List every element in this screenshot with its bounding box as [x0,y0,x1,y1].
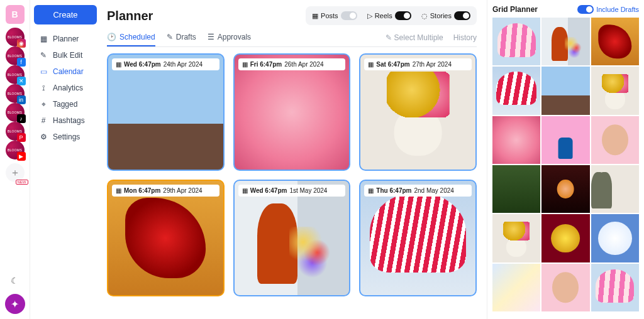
grid-icon: ▦ [116,187,121,194]
post-card[interactable]: ▦Wed 6:47pm24th Apr 2024 [107,53,225,171]
post-schedule-label: ▦Sat 6:47pm27th Apr 2024 [364,58,472,70]
tab-approvals[interactable]: ☰Approvals [208,29,251,46]
page-title: Planner [107,9,153,23]
nav-label: Tagged [53,100,77,109]
toggle-icon [395,11,411,20]
post-card[interactable]: ▦Thu 6:47pm2nd May 2024 [359,180,477,297]
theme-toggle-icon[interactable]: ☾ [6,271,25,290]
grid-icon: ▦ [368,61,374,68]
account-blooms-pinterest[interactable]: P [6,122,25,141]
grid-cell[interactable] [541,214,589,262]
select-multiple-button[interactable]: ✎ Select Multiple [386,33,443,42]
grid-cell[interactable] [591,116,639,164]
include-drafts-toggle[interactable]: Include Drafts [577,5,639,14]
nav-settings[interactable]: ⚙Settings [34,129,97,145]
account-blooms-instagram[interactable]: ◉ [6,28,25,46]
nav-label: Settings [53,132,80,141]
tab-icon: 🕑 [107,33,116,41]
grid-icon: ▦ [242,187,248,194]
filter-icon: ▦ [312,12,318,20]
grid-cell[interactable] [591,18,639,65]
toggle-icon [341,11,357,20]
filter-icon: ▷ [367,12,372,20]
post-card[interactable]: ▦Fri 6:47pm26th Apr 2024 [233,53,351,171]
toggle-icon [454,11,470,20]
yt-icon: ▶ [17,152,26,161]
grid-planner-panel: Grid Planner Include Drafts [487,0,644,319]
grid-cell[interactable] [541,116,589,164]
grid-cell[interactable] [541,165,589,213]
grid-icon: ▦ [242,61,248,68]
grid-cell[interactable] [591,214,639,262]
grid-cell[interactable] [492,18,540,65]
account-rail: B ◉f✕in♪P▶ ＋ NEW ☾ ✦ [0,0,30,319]
post-card[interactable]: ▦Sat 6:47pm27th Apr 2024 [359,53,477,171]
account-blooms-facebook[interactable]: f [6,46,25,65]
nav-calendar-icon: ▭ [39,67,48,76]
nav-hashtags-icon: # [39,116,48,125]
add-account-button[interactable]: ＋ NEW [6,163,25,182]
nav-tagged-icon: ⌖ [39,100,48,109]
grid-cell[interactable] [541,18,589,65]
grid-cell[interactable] [492,214,540,262]
post-schedule-label: ▦Wed 6:47pm24th Apr 2024 [112,58,219,70]
grid-icon: ▦ [116,61,121,68]
nav-calendar[interactable]: ▭Calendar [34,63,97,80]
sidebar: Create ▦Planner✎Bulk Edit▭Calendar⟟Analy… [30,0,101,319]
grid-cell[interactable] [492,67,540,114]
tab-icon: ✎ [167,33,173,41]
new-badge: NEW [16,180,28,185]
filter-reels[interactable]: ▷Reels [364,9,415,23]
content-type-filters: ▦Posts▷Reels◌Stories [306,6,477,25]
nav-planner-icon: ▦ [39,35,48,43]
grid-cell[interactable] [591,165,639,213]
tab-drafts[interactable]: ✎Drafts [167,29,196,46]
nav-label: Calendar [53,67,84,76]
nav-settings-icon: ⚙ [39,132,48,141]
filter-posts[interactable]: ▦Posts [308,9,361,23]
workspace-avatar[interactable]: B [6,5,25,24]
post-schedule-label: ▦Mon 6:47pm29th Apr 2024 [112,185,219,197]
nav-planner[interactable]: ▦Planner [34,31,97,47]
nav-label: Planner [53,35,79,43]
nav-bulk-edit-icon: ✎ [39,51,48,60]
grid-cell[interactable] [541,264,589,311]
post-card[interactable]: ▦Wed 6:47pm1st May 2024 [233,180,351,297]
scheduled-posts-grid: ▦Wed 6:47pm24th Apr 2024▦Fri 6:47pm26th … [107,53,477,303]
nav-analytics[interactable]: ⟟Analytics [34,80,97,96]
post-schedule-label: ▦Fri 6:47pm26th Apr 2024 [238,58,346,70]
filter-icon: ◌ [421,12,428,20]
nav-tagged[interactable]: ⌖Tagged [34,96,97,112]
nav-analytics-icon: ⟟ [39,84,48,92]
grid-planner-title: Grid Planner [492,5,538,14]
nav-hashtags[interactable]: #Hashtags [34,112,97,129]
grid-icon: ▦ [368,187,374,194]
account-blooms-tiktok[interactable]: ♪ [6,103,25,122]
grid-cell[interactable] [541,67,589,114]
account-blooms-linkedin[interactable]: in [6,84,25,103]
nav-label: Analytics [53,84,83,92]
post-card[interactable]: ▦Mon 6:47pm29th Apr 2024 [107,180,225,297]
account-blooms-youtube[interactable]: ▶ [6,141,25,160]
tab-scheduled[interactable]: 🕑Scheduled [107,29,155,46]
account-blooms-twitter[interactable]: ✕ [6,65,25,84]
assist-fab-button[interactable]: ✦ [5,294,25,314]
history-button[interactable]: History [453,33,477,42]
grid-cell[interactable] [492,165,540,213]
grid-cell[interactable] [591,67,639,114]
post-schedule-label: ▦Wed 6:47pm1st May 2024 [238,185,346,197]
nav-bulk-edit[interactable]: ✎Bulk Edit [34,47,97,63]
main-content: Planner ▦Posts▷Reels◌Stories 🕑Scheduled✎… [101,0,487,319]
tab-icon: ☰ [208,33,214,41]
grid-cell[interactable] [492,264,540,311]
create-button[interactable]: Create [34,5,97,24]
grid-cell[interactable] [492,116,540,164]
post-schedule-label: ▦Thu 6:47pm2nd May 2024 [364,185,472,197]
nav-label: Hashtags [53,116,85,125]
grid-cell[interactable] [591,264,639,311]
filter-stories[interactable]: ◌Stories [418,9,474,23]
nav-label: Bulk Edit [53,51,82,60]
